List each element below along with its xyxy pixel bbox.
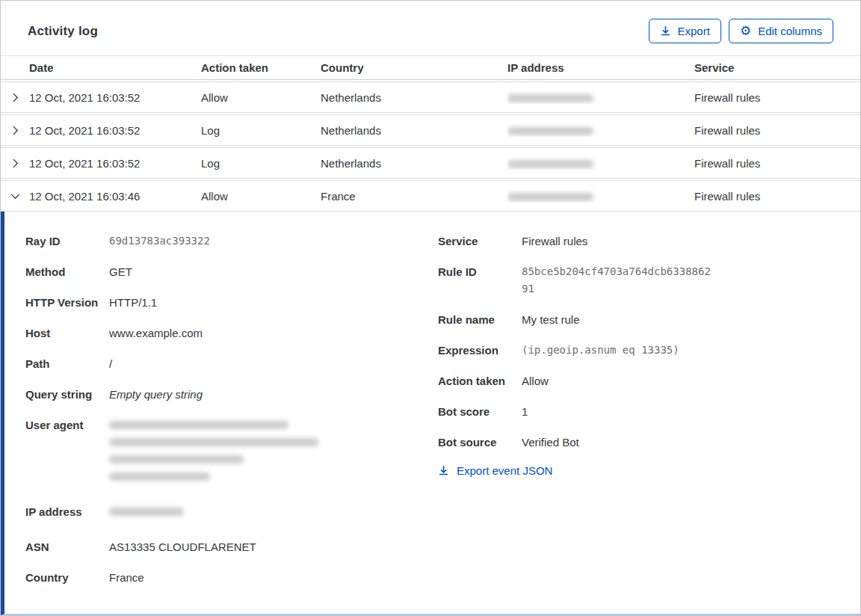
row-date: 12 Oct, 2021 16:03:52 [29,124,201,137]
row-date: 12 Oct, 2021 16:03:52 [29,91,201,104]
redacted-value [109,508,184,516]
detail-field: Action taken Allow [438,372,833,389]
redacted-value [109,472,210,481]
detail-field-label: Rule name [438,311,522,328]
detail-field-value: GET [109,263,132,280]
redacted-ip-value [507,94,593,102]
row-country: France [321,190,507,203]
row-country: Netherlands [321,91,507,104]
redacted-value [109,455,244,463]
download-icon [660,25,671,37]
detail-field: HTTP Version HTTP/1.1 [25,294,438,311]
detail-field-label: Expression [438,342,522,359]
row-service: Firewall rules [694,124,860,137]
column-header-date: Date [29,61,201,74]
detail-field: Method GET [25,263,438,280]
detail-field: Query string Empty query string [25,386,438,403]
row-country: Netherlands [321,157,507,170]
row-date: 12 Oct, 2021 16:03:46 [29,190,201,203]
detail-field-value: 1 [522,403,528,420]
row-date: 12 Oct, 2021 16:03:52 [29,157,201,170]
detail-left-column: Ray ID 69d13783ac393322 Method GET HTTP … [25,232,438,600]
row-expand-toggle[interactable] [1,191,29,202]
detail-field: Rule name My test rule [438,311,833,328]
export-event-json-link[interactable]: Export event JSON [438,464,552,477]
detail-field: Service Firewall rules [438,232,833,250]
column-header-ip-address: IP address [507,61,694,74]
row-ip-address [507,124,694,137]
export-event-json-label: Export event JSON [457,464,552,477]
detail-field-value: HTTP/1.1 [109,294,157,311]
header-spacer [1,61,29,74]
toolbar: Export ⚙ Edit columns [649,19,833,43]
detail-field: Bot score 1 [438,403,833,420]
row-expand-toggle[interactable] [1,158,29,169]
row-expand-toggle[interactable] [1,125,29,136]
redacted-value [109,438,318,446]
detail-field-label: Ray ID [25,232,109,250]
row-action-taken: Log [201,157,321,170]
detail-right-column: Service Firewall rules Rule ID 85bce5b20… [438,232,833,477]
detail-field: Bot source Verified Bot [438,434,833,451]
detail-field-label: Action taken [438,372,522,389]
detail-field-label: Host [25,324,109,342]
chevron-right-icon [10,125,21,136]
detail-field-label: Rule ID [438,263,522,298]
table-row[interactable]: 12 Oct, 2021 16:03:52 Allow Netherlands … [1,81,860,113]
table-row[interactable]: 12 Oct, 2021 16:03:46 Allow France Firew… [1,180,860,212]
row-action-taken: Allow [201,91,321,104]
row-expand-toggle[interactable] [1,92,29,103]
detail-field-value: www.example.com [109,324,203,342]
row-ip-address [507,190,694,203]
chevron-right-icon [10,92,21,103]
detail-field-label: Query string [25,386,109,403]
detail-field: Expression (ip.geoip.asnum eq 13335) [438,342,833,359]
detail-field-value: My test rule [522,311,580,328]
download-icon [438,465,449,476]
detail-field: User agent [25,416,438,490]
detail-field-value: / [109,355,112,372]
detail-field: Country France [25,569,438,586]
detail-field: Host www.example.com [25,324,438,342]
redacted-ip-value [507,160,593,168]
detail-field-value: 85bce5b204cf4703a764dcb633886291 [522,263,713,298]
edit-columns-button-label: Edit columns [758,25,822,37]
column-header-action-taken: Action taken [201,61,321,74]
export-button[interactable]: Export [649,19,721,43]
detail-field-value: France [109,569,144,586]
detail-field: IP address [25,503,438,525]
detail-field: Path / [25,355,438,372]
column-header-country: Country [321,61,507,74]
page-title: Activity log [28,24,98,39]
table-row[interactable]: 12 Oct, 2021 16:03:52 Log Netherlands Fi… [1,114,860,146]
edit-columns-button[interactable]: ⚙ Edit columns [729,19,833,43]
redacted-value [109,421,288,429]
detail-field-value: Verified Bot [522,434,579,451]
row-country: Netherlands [321,124,507,137]
row-service: Firewall rules [694,157,860,170]
detail-field-value: 69d13783ac393322 [109,232,210,250]
detail-field-value: Firewall rules [522,232,587,250]
detail-field-label: HTTP Version [25,294,109,311]
detail-field-value: Empty query string [109,386,203,403]
detail-field-label: Country [25,569,109,586]
detail-field: ASN AS13335 CLOUDFLARENET [25,538,438,555]
redacted-ip-value [507,193,593,201]
detail-field: Rule ID 85bce5b204cf4703a764dcb633886291 [438,263,833,298]
table-header: Date Action taken Country IP address Ser… [1,55,860,80]
gear-icon: ⚙ [740,25,751,37]
chevron-down-icon [10,191,21,202]
row-action-taken: Allow [201,190,321,203]
detail-field-label: Method [25,263,109,280]
redacted-ip-value [507,127,593,135]
detail-field-label: Bot score [438,403,522,420]
detail-field-label: Path [25,355,109,372]
detail-field-label: Bot source [438,434,522,451]
row-action-taken: Log [201,124,321,137]
detail-field-label: User agent [25,416,109,490]
detail-field-value: (ip.geoip.asnum eq 13335) [522,342,679,359]
table-row[interactable]: 12 Oct, 2021 16:03:52 Log Netherlands Fi… [1,147,860,179]
row-service: Firewall rules [694,190,860,203]
activity-log-panel: Activity log Export ⚙ Edit columns Date … [0,0,861,616]
detail-field-label: ASN [25,538,109,555]
